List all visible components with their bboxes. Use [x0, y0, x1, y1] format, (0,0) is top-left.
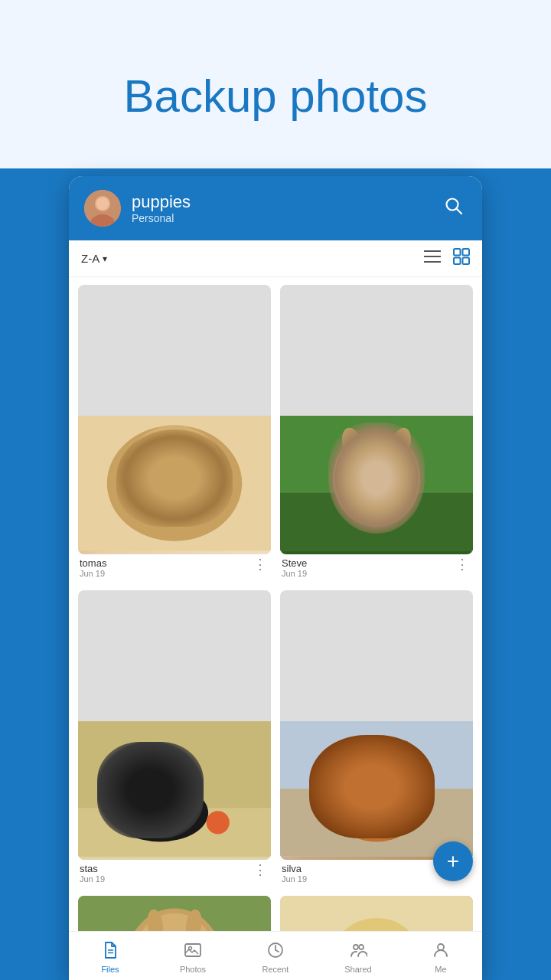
more-options-button[interactable]: ⋮ [454, 557, 471, 571]
app-header: puppies Personal [69, 176, 482, 240]
dog-small2-photo [280, 896, 473, 932]
nav-item-me[interactable]: Me [399, 938, 482, 977]
item-info: tomas Jun 19 ⋮ [78, 554, 271, 581]
svg-point-42 [336, 740, 417, 818]
dog-terrier-photo [280, 416, 473, 554]
list-item: Steve Jun 19 ⋮ [280, 285, 473, 581]
svg-point-37 [155, 791, 166, 802]
photo-thumbnail[interactable] [78, 590, 271, 860]
svg-rect-9 [454, 249, 461, 256]
item-date: Jun 19 [80, 569, 252, 578]
svg-point-15 [126, 426, 223, 512]
svg-point-24 [359, 456, 370, 468]
svg-point-3 [96, 198, 109, 210]
toolbar: Z-A ▾ [69, 240, 482, 277]
svg-point-18 [151, 471, 199, 505]
svg-rect-31 [78, 808, 271, 857]
photo-thumbnail[interactable] [78, 285, 271, 554]
svg-rect-10 [463, 249, 470, 256]
svg-point-16 [157, 456, 172, 472]
svg-point-17 [177, 456, 192, 472]
svg-point-33 [122, 769, 199, 837]
svg-point-43 [357, 768, 370, 782]
header-text: puppies Personal [132, 192, 430, 224]
hero-title: Backup photos [0, 0, 551, 168]
nav-item-files[interactable]: Files [69, 938, 152, 977]
bottom-navigation: Files Photos Recent [69, 931, 482, 980]
svg-point-45 [359, 779, 393, 802]
nav-recent-label: Recent [262, 965, 289, 974]
avatar [84, 190, 121, 227]
toolbar-right [424, 248, 470, 269]
search-button[interactable] [441, 193, 467, 224]
more-options-button[interactable]: ⋮ [252, 863, 269, 877]
list-item: stas Jun 19 ⋮ [78, 590, 271, 887]
svg-point-32 [112, 784, 208, 842]
nav-photos-label: Photos [180, 965, 206, 974]
svg-point-70 [438, 944, 444, 950]
dog-golden-photo [78, 416, 271, 554]
sort-label: Z-A [81, 252, 99, 265]
svg-point-27 [370, 475, 382, 482]
list-item [280, 896, 473, 932]
svg-point-46 [367, 792, 386, 805]
svg-point-47 [340, 740, 360, 771]
svg-line-5 [457, 209, 462, 214]
svg-point-38 [207, 811, 230, 834]
photo-thumbnail[interactable] [280, 896, 473, 932]
photo-thumbnail[interactable] [78, 896, 271, 932]
svg-point-48 [393, 740, 413, 771]
photo-grid: tomas Jun 19 ⋮ [78, 285, 473, 931]
svg-point-41 [324, 736, 430, 842]
app-card: puppies Personal Z-A ▾ [69, 176, 482, 980]
photo-thumbnail[interactable] [280, 285, 473, 554]
me-icon [432, 941, 450, 962]
list-item: silva Jun 19 ⋮ [280, 590, 473, 887]
nav-files-label: Files [101, 965, 119, 974]
svg-point-14 [107, 426, 242, 541]
nav-item-photos[interactable]: Photos [152, 938, 234, 977]
item-date: Jun 19 [282, 569, 454, 578]
svg-point-28 [338, 426, 366, 464]
nav-shared-label: Shared [344, 965, 371, 974]
list-view-button[interactable] [424, 250, 441, 267]
svg-rect-21 [280, 493, 473, 551]
fab-add-button[interactable]: + [433, 841, 473, 881]
item-info: Steve Jun 19 ⋮ [280, 554, 473, 581]
list-item: tomas Jun 19 ⋮ [78, 285, 271, 581]
photo-thumbnail[interactable] [280, 590, 473, 860]
dog-beach-photo [78, 721, 271, 859]
item-name: silva [282, 863, 454, 874]
recent-icon [266, 941, 285, 962]
svg-rect-11 [454, 258, 461, 265]
item-name: tomas [80, 557, 252, 569]
shared-icon [349, 941, 367, 962]
svg-point-25 [383, 456, 394, 468]
files-icon [101, 941, 119, 962]
svg-rect-12 [463, 258, 470, 265]
more-options-button[interactable]: ⋮ [252, 557, 269, 571]
svg-point-34 [133, 764, 187, 818]
item-name: stas [80, 863, 252, 874]
nav-item-shared[interactable]: Shared [317, 938, 399, 977]
svg-point-26 [367, 468, 386, 479]
sort-button[interactable]: Z-A ▾ [81, 252, 418, 265]
svg-point-44 [383, 768, 397, 782]
nav-me-label: Me [435, 965, 446, 974]
photos-icon [184, 941, 202, 962]
nav-item-recent[interactable]: Recent [234, 938, 317, 977]
grid-view-button[interactable] [453, 248, 470, 269]
item-name: Steve [282, 557, 454, 569]
svg-point-23 [343, 430, 410, 498]
dog-small1-photo [78, 896, 271, 932]
header-album-name: puppies [132, 192, 430, 212]
item-date: Jun 19 [282, 874, 454, 884]
svg-point-35 [145, 782, 155, 792]
item-date: Jun 19 [80, 874, 252, 884]
content-area: tomas Jun 19 ⋮ [69, 277, 482, 931]
header-album-type: Personal [132, 212, 430, 224]
item-info: stas Jun 19 ⋮ [78, 860, 271, 887]
svg-point-19 [163, 490, 186, 505]
svg-point-22 [333, 430, 419, 527]
dog-brown-photo [280, 721, 473, 859]
